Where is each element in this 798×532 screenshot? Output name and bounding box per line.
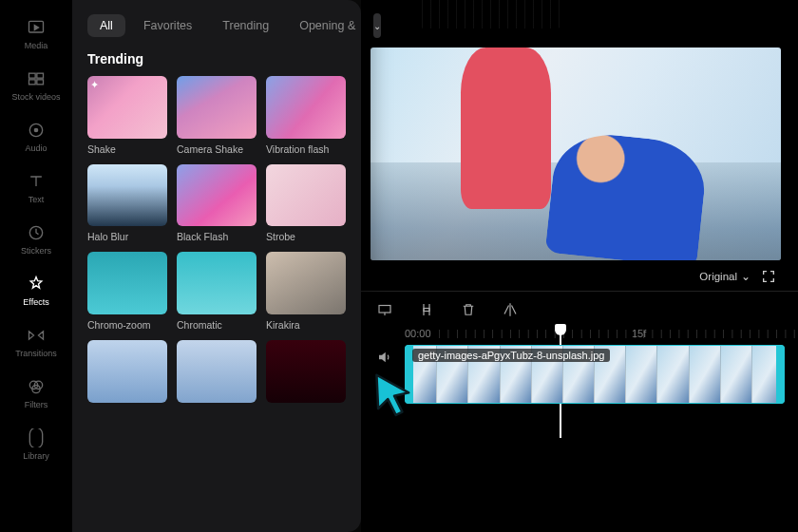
effect-label: Halo Blur: [87, 231, 167, 242]
effect-label: Chromatic: [177, 319, 256, 331]
svg-rect-1: [29, 73, 36, 78]
preview-controls: Original ⌄: [361, 260, 798, 291]
sidebar-item-label: Stock videos: [11, 92, 60, 102]
sidebar-item-filters[interactable]: Filters: [8, 369, 65, 418]
tab-favorites[interactable]: Favorites: [131, 14, 204, 37]
effect-label: Vibration flash: [266, 143, 346, 155]
clip-filename: getty-images-aPgyxTubz-8-unsplash.jpg: [412, 349, 610, 362]
audio-icon: [27, 121, 46, 140]
split-tool-button[interactable]: [416, 299, 437, 320]
svg-rect-11: [379, 306, 390, 314]
effect-strobe[interactable]: Strobe: [266, 164, 346, 243]
effect-thumbnail: [266, 252, 346, 314]
effect-label: Camera Shake: [177, 143, 256, 155]
sidebar-item-label: Effects: [23, 297, 48, 307]
effect-thumbnail: [177, 340, 256, 403]
effect-shake[interactable]: ✦ Shake: [87, 76, 167, 155]
sidebar-item-text[interactable]: Text: [8, 163, 65, 213]
chevron-down-icon: ⌄: [373, 21, 381, 31]
effect-thumbnail: [87, 252, 167, 314]
sidebar-item-effects[interactable]: Effects: [8, 266, 65, 315]
ruler-ticks: ||||||||||||||||||||||||||||||||||||||||…: [439, 329, 798, 338]
effect-thumbnail: [177, 164, 256, 227]
sidebar-item-stock-videos[interactable]: Stock videos: [8, 61, 65, 110]
effects-grid: ✦ Shake Camera Shake Vibration flash Hal…: [87, 76, 346, 403]
sparkle-icon: ✦: [90, 79, 104, 92]
ruler-tick-mid: 15f: [632, 328, 646, 339]
left-sidebar: Media Stock videos Audio Text Stickers E…: [0, 0, 72, 532]
mirror-tool-button[interactable]: [500, 299, 521, 320]
sidebar-item-label: Transitions: [15, 349, 57, 358]
svg-point-6: [34, 128, 37, 131]
effect-label: Kirakira: [266, 319, 346, 331]
effect-vibration-flash[interactable]: Vibration flash: [266, 76, 346, 155]
filters-icon: [27, 377, 46, 396]
preview-wrap: [361, 0, 798, 260]
effect-label: Strobe: [266, 231, 346, 242]
effect-item[interactable]: [177, 340, 256, 403]
sidebar-item-audio[interactable]: Audio: [8, 112, 65, 162]
effect-item[interactable]: [87, 340, 167, 403]
effect-thumbnail: [266, 340, 346, 403]
sidebar-item-library[interactable]: Library: [8, 420, 65, 469]
marker-tool-button[interactable]: [374, 299, 395, 320]
sidebar-item-media[interactable]: Media: [8, 10, 65, 59]
sidebar-item-label: Media: [25, 41, 48, 50]
tab-opening[interactable]: Opening &: [287, 14, 368, 37]
transitions-icon: [27, 326, 46, 345]
stock-videos-icon: [27, 69, 46, 88]
effect-item[interactable]: [266, 340, 346, 403]
effect-thumbnail: [87, 340, 167, 403]
effect-thumbnail: [177, 252, 256, 314]
clip-handle-right[interactable]: [776, 345, 785, 404]
sidebar-item-label: Text: [28, 195, 45, 204]
zoom-dropdown[interactable]: Original ⌄: [699, 270, 750, 283]
media-icon: [27, 18, 46, 37]
effect-label: Chromo-zoom: [87, 319, 167, 331]
svg-rect-12: [424, 309, 429, 312]
ruler-tick-start: 00:00: [405, 328, 431, 339]
effects-icon: [27, 275, 46, 294]
svg-rect-4: [37, 80, 44, 85]
sidebar-item-label: Filters: [25, 400, 48, 409]
text-icon: [27, 172, 46, 191]
section-title-trending: Trending: [87, 51, 346, 66]
stickers-icon: [27, 223, 46, 242]
main-area: Original ⌄ 00:00 |||||||||||||||||||||||…: [361, 0, 798, 532]
effect-thumbnail: [266, 164, 346, 227]
timeline-clip[interactable]: getty-images-aPgyxTubz-8-unsplash.jpg: [405, 345, 785, 404]
chevron-down-icon: ⌄: [741, 270, 750, 283]
zoom-label-text: Original: [699, 271, 737, 282]
sidebar-item-label: Stickers: [21, 246, 51, 256]
timeline-area: getty-images-aPgyxTubz-8-unsplash.jpg: [361, 343, 798, 404]
tab-trending[interactable]: Trending: [210, 14, 281, 37]
timeline-ruler[interactable]: 00:00 ||||||||||||||||||||||||||||||||||…: [361, 326, 798, 343]
video-preview[interactable]: [370, 48, 781, 260]
effect-chromo-zoom[interactable]: Chromo-zoom: [87, 252, 167, 331]
tab-all[interactable]: All: [87, 14, 125, 37]
effects-tabs: All Favorites Trending Opening & ⌄: [87, 13, 346, 38]
effect-thumbnail: [177, 76, 256, 139]
mute-button[interactable]: [374, 349, 395, 366]
effects-panel: All Favorites Trending Opening & ⌄ Trend…: [72, 0, 361, 532]
timeline-toolbar: [361, 291, 798, 326]
effect-halo-blur[interactable]: Halo Blur: [87, 164, 167, 243]
effect-label: Shake: [87, 143, 167, 155]
delete-tool-button[interactable]: [458, 299, 479, 320]
effect-label: Black Flash: [177, 231, 256, 242]
tab-more-button[interactable]: ⌄: [373, 13, 381, 38]
fullscreen-button[interactable]: [760, 268, 777, 285]
effect-chromatic[interactable]: Chromatic: [177, 252, 256, 331]
effect-thumbnail: [266, 76, 346, 139]
effect-thumbnail: ✦: [87, 76, 167, 139]
svg-rect-2: [37, 73, 44, 78]
sidebar-item-label: Audio: [25, 143, 47, 153]
effect-black-flash[interactable]: Black Flash: [177, 164, 256, 243]
svg-rect-3: [29, 80, 36, 85]
sidebar-item-transitions[interactable]: Transitions: [8, 317, 65, 367]
effect-kirakira[interactable]: Kirakira: [266, 252, 346, 331]
effect-camera-shake[interactable]: Camera Shake: [177, 76, 256, 155]
library-icon: [27, 428, 46, 447]
sidebar-item-stickers[interactable]: Stickers: [8, 215, 65, 264]
playhead[interactable]: [555, 324, 566, 335]
